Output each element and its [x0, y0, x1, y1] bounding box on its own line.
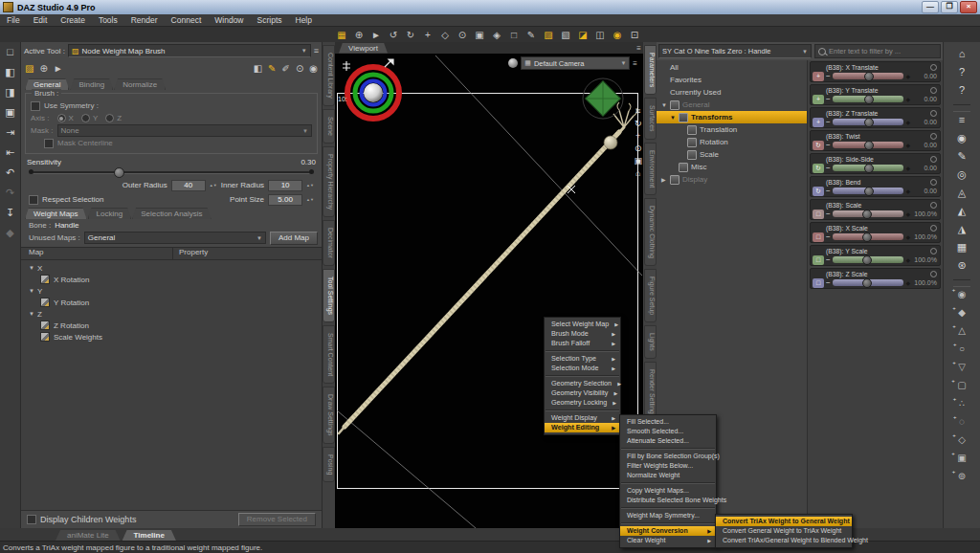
zoom-icon[interactable]: ⊙	[635, 144, 642, 153]
param-nav-item[interactable]: ▶ Display	[657, 173, 807, 186]
viewport-menu-icon[interactable]: ≡	[636, 44, 641, 53]
orbit-camera-tool-icon[interactable]: ⊕	[350, 30, 368, 40]
open-file-icon[interactable]: ◧	[5, 66, 14, 86]
parameter-slider-track[interactable]	[833, 256, 904, 263]
increment-marker[interactable]: ◆	[905, 73, 910, 79]
decrement-button[interactable]: −	[826, 279, 831, 287]
parameter-value[interactable]: 0.00	[912, 165, 937, 171]
add-plane-icon[interactable]: ◇	[958, 434, 966, 453]
parameter-slider-track[interactable]	[833, 142, 904, 148]
side-tab[interactable]: Dynamic Clothing	[644, 198, 657, 266]
parameter-slider-track[interactable]	[833, 73, 904, 79]
home-view-icon[interactable]: ⌂	[635, 169, 640, 178]
parameter-slider-track[interactable]	[833, 233, 904, 240]
point-size-input[interactable]: 5.00	[268, 194, 302, 206]
panel-options-icon[interactable]: ≡	[314, 46, 319, 55]
menu-item[interactable]: Attenuate Selected... ▶	[620, 436, 716, 446]
undo-icon[interactable]: ↶	[6, 166, 14, 187]
left-panel-tab[interactable]: Binding	[70, 78, 113, 90]
parameter-value[interactable]: 0.00	[912, 142, 937, 148]
fit-icon[interactable]: ◆	[6, 227, 13, 247]
add-linear-light-icon[interactable]: ▽	[958, 362, 966, 380]
weight-maps-tab[interactable]: Weight Maps	[25, 208, 87, 219]
decrement-button[interactable]: −	[826, 142, 831, 149]
bottom-tab[interactable]: aniMate Lite	[56, 530, 121, 541]
increment-marker[interactable]: ◆	[905, 188, 910, 194]
decrement-button[interactable]: −	[826, 73, 831, 80]
add-null-icon[interactable]: ◌	[959, 416, 965, 434]
property-column-header[interactable]: Property	[173, 248, 208, 259]
minimize-button[interactable]: —	[922, 1, 939, 13]
transfer-utility-tool-icon[interactable]: ◪	[574, 30, 591, 40]
parameter-value[interactable]: 0.00	[912, 119, 937, 125]
menu-item[interactable]: Select Weight Map ▶	[545, 320, 620, 329]
decrement-button[interactable]: −	[826, 256, 831, 264]
param-nav-item[interactable]: Favorites	[657, 74, 807, 86]
camera-options-icon[interactable]: ≡	[633, 59, 637, 68]
menu-item[interactable]: ▶	[621, 507, 715, 509]
axis-y-radio[interactable]	[81, 114, 90, 122]
new-file-icon[interactable]: □	[7, 46, 13, 66]
figure-setup-tool-icon[interactable]: ▣	[471, 30, 488, 40]
menu-item[interactable]: Selection Mode ▶	[545, 364, 620, 373]
interface-list-icon[interactable]: ≡	[959, 114, 965, 132]
add-group-icon[interactable]: ∴	[959, 398, 965, 416]
menu-item[interactable]: ▶	[546, 375, 619, 377]
inner-radius-input[interactable]: 10	[268, 180, 302, 191]
menu-item[interactable]: Brush Mode ▶	[545, 329, 620, 339]
merge-icon[interactable]: ↧	[6, 207, 14, 227]
slider-thumb[interactable]	[862, 210, 872, 219]
scale-tool-icon[interactable]: ◇	[436, 30, 454, 40]
restore-button[interactable]: ❐	[941, 1, 958, 13]
slider-thumb[interactable]	[864, 72, 874, 81]
gear-icon[interactable]	[930, 179, 937, 186]
add-cube-icon[interactable]: ▣	[957, 453, 966, 471]
slider-thumb[interactable]	[864, 164, 874, 173]
slider-thumb[interactable]	[862, 255, 872, 265]
import-icon[interactable]: ⇥	[6, 126, 14, 146]
increment-marker[interactable]: ◆	[905, 96, 910, 102]
add-distant-light-icon[interactable]: ◆	[958, 307, 966, 325]
outer-radius-spinner[interactable]: ▲▼	[210, 184, 217, 188]
side-tab[interactable]: Tool Settings	[323, 269, 335, 322]
paint-brush-icon[interactable]: ✎	[268, 63, 276, 74]
geometry-map-icon[interactable]: ◧	[254, 63, 262, 74]
slider-thumb[interactable]	[862, 278, 872, 288]
menu-item[interactable]: Geometry Visibility ▶	[545, 388, 620, 398]
export-icon[interactable]: ⇤	[6, 146, 14, 166]
open-recent-icon[interactable]: ◨	[5, 86, 14, 106]
frame-icon[interactable]: ▣	[634, 157, 642, 166]
decrement-button[interactable]: −	[826, 233, 831, 241]
side-tab[interactable]: Draw Settings	[323, 387, 335, 444]
add-point-light-icon[interactable]: ○	[959, 343, 965, 362]
menu-item[interactable]: Convert General Weight to TriAx Weight ▶	[716, 526, 852, 536]
inner-radius-spinner[interactable]: ▲▼	[306, 184, 314, 188]
increment-marker[interactable]: ◆	[905, 233, 910, 240]
param-nav-item[interactable]: Misc	[657, 161, 807, 173]
menu-item[interactable]: ▶	[546, 409, 619, 411]
add-primitive-icon[interactable]: ▢	[957, 380, 966, 398]
bottom-tab[interactable]: Timeline	[122, 530, 176, 541]
bone-tool-icon[interactable]: ⊙	[296, 63, 303, 74]
geometry-editor-tool-icon[interactable]: ▧	[557, 30, 574, 40]
param-nav-item[interactable]: ▼ General	[657, 99, 807, 111]
menu-item[interactable]: Selection Type ▶	[545, 354, 620, 364]
remove-selected-button[interactable]: Remove Selected	[238, 513, 316, 526]
weight-map-row[interactable]: ▼ Z Rotation	[21, 320, 322, 331]
expand-triangle-icon[interactable]: ▼	[670, 115, 679, 121]
menu-bar-item[interactable]: Help	[289, 15, 319, 25]
muscle-flex-icon[interactable]: ◭	[958, 205, 966, 223]
menu-bar-item[interactable]: Render	[124, 15, 165, 25]
sensitivity-slider[interactable]	[27, 166, 316, 178]
increment-marker[interactable]: ◆	[905, 142, 910, 148]
decrement-button[interactable]: −	[826, 188, 831, 195]
menu-item[interactable]: Geometry Locking ▶	[545, 398, 620, 408]
parameter-slider-track[interactable]	[833, 210, 904, 217]
menu-item[interactable]: Fill Selected... ▶	[620, 417, 716, 427]
parameter-slider-track[interactable]	[833, 165, 904, 171]
camera-dropdown[interactable]: ▦ Default Camera ▼	[521, 56, 630, 70]
map-column-header[interactable]: Map	[21, 248, 173, 259]
parameter-value[interactable]: 100.0%	[912, 233, 937, 240]
add-spot-light-icon[interactable]: △	[958, 325, 966, 343]
side-tab[interactable]: Decimator	[323, 220, 335, 266]
